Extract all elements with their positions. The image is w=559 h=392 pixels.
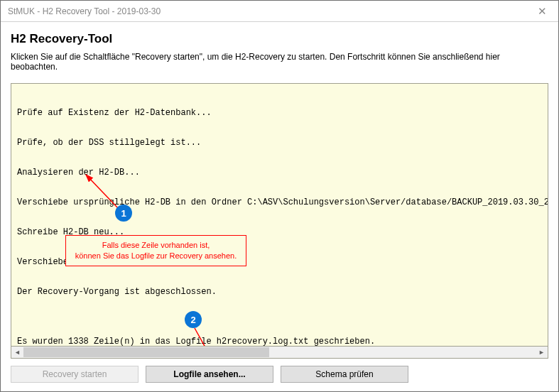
annotation-box: Falls diese Zeile vorhanden ist, können … (65, 235, 246, 266)
log-line: Es wurden 1338 Zeile(n) in das Logfile h… (17, 337, 542, 347)
recovery-start-button: Recovery starten (11, 366, 139, 383)
scroll-track[interactable] (23, 347, 536, 358)
schema-check-button[interactable]: Schema prüfen (281, 366, 408, 383)
log-line: Prüfe, ob der DSS stillgelegt ist... (17, 138, 542, 148)
scroll-thumb[interactable] (23, 347, 269, 357)
header: H2 Recovery-Tool Klicken Sie auf die Sch… (1, 22, 558, 76)
log-line: Der Recovery-Vorgang ist abgeschlossen. (17, 287, 542, 297)
annotation-box-line: Falls diese Zeile vorhanden ist, (73, 240, 239, 251)
app-window: StMUK - H2 Recovery Tool - 2019-03-30 ✕ … (0, 0, 559, 392)
page-title: H2 Recovery-Tool (11, 32, 548, 46)
chevron-left-icon: ◄ (14, 349, 21, 356)
annotation-badge-2: 2 (185, 311, 202, 328)
content: Prüfe auf Existenz der H2-Datenbank... P… (1, 76, 558, 359)
annotation-box-line: können Sie das Logfile zur Recovery anse… (73, 251, 239, 261)
log-output: Prüfe auf Existenz der H2-Datenbank... P… (11, 83, 548, 347)
log-line: Prüfe auf Existenz der H2-Datenbank... (17, 108, 542, 118)
scroll-right-button[interactable]: ► (536, 347, 548, 358)
button-row: Recovery starten Logfile ansehen... Sche… (1, 359, 558, 391)
scroll-left-button[interactable]: ◄ (11, 347, 23, 358)
titlebar: StMUK - H2 Recovery Tool - 2019-03-30 ✕ (1, 1, 558, 22)
horizontal-scrollbar[interactable]: ◄ ► (11, 347, 548, 359)
log-line: Verschiebe ursprüngliche H2-DB in den Or… (17, 197, 542, 207)
log-line: Analysieren der H2-DB... (17, 168, 542, 178)
chevron-right-icon: ► (538, 349, 545, 356)
annotation-badge-1: 1 (115, 205, 132, 222)
close-button[interactable]: ✕ (526, 1, 558, 22)
window-title: StMUK - H2 Recovery Tool - 2019-03-30 (8, 6, 161, 16)
page-subtitle: Klicken Sie auf die Schaltfläche "Recove… (11, 52, 548, 72)
log-text: Prüfe auf Existenz der H2-Datenbank... P… (11, 84, 548, 347)
close-icon: ✕ (538, 5, 547, 18)
logfile-view-button[interactable]: Logfile ansehen... (146, 366, 273, 383)
